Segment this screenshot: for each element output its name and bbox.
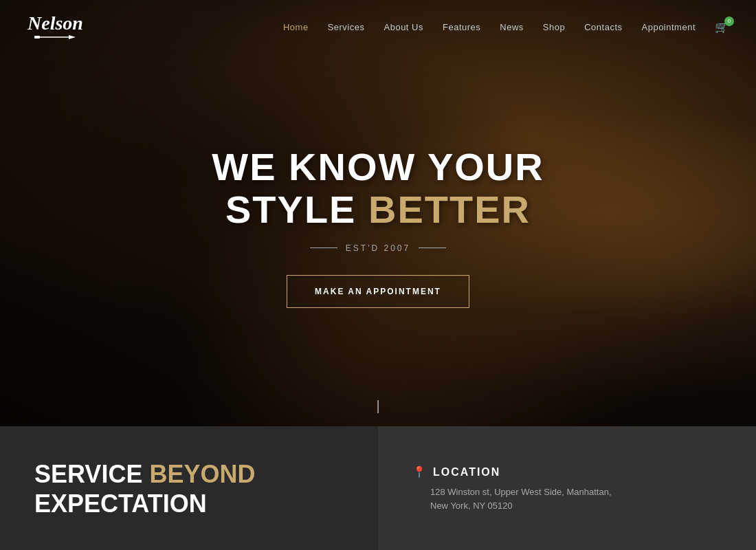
hero-section: Nelson Home Services About us Features N… (0, 0, 756, 426)
hero-title-line2-prefix: STYLE (225, 188, 368, 231)
site-header: Nelson Home Services About us Features N… (0, 0, 756, 54)
nav-about[interactable]: About us (384, 22, 423, 32)
estd-badge: EST'D 2007 (310, 243, 446, 253)
estd-text: EST'D 2007 (346, 243, 410, 253)
logo-text: Nelson (27, 14, 83, 33)
nav-services[interactable]: Services (328, 22, 365, 32)
address-line2: New York, NY 05120 (430, 500, 513, 511)
estd-line-right (419, 248, 446, 248)
hero-title-line1: WE KNOW YOUR (212, 145, 544, 188)
service-highlight: BEYOND (149, 460, 255, 488)
razor-icon (34, 34, 76, 40)
bottom-section: SERVICE BEYOND EXPECTATION 📍 LOCATION 12… (0, 426, 756, 550)
nav-news[interactable]: News (500, 22, 524, 32)
address-line1: 128 Winston st, Upper West Side, Manhatt… (430, 487, 612, 497)
svg-marker-1 (69, 35, 76, 39)
location-address: 128 Winston st, Upper West Side, Manhatt… (412, 485, 722, 512)
hero-content: WE KNOW YOUR STYLE BETTER EST'D 2007 MAK… (0, 0, 756, 426)
scroll-indicator: | (376, 398, 379, 414)
estd-line-left (310, 248, 337, 248)
location-pin-icon: 📍 (412, 465, 426, 478)
service-prefix: SERVICE (34, 460, 149, 488)
location-title: LOCATION (433, 466, 500, 478)
service-block: SERVICE BEYOND EXPECTATION (0, 426, 378, 550)
location-block: 📍 LOCATION 128 Winston st, Upper West Si… (378, 426, 756, 550)
hero-title-highlight: BETTER (368, 188, 531, 231)
service-title: SERVICE BEYOND EXPECTATION (34, 459, 344, 518)
nav-home[interactable]: Home (283, 22, 309, 32)
hero-title: WE KNOW YOUR STYLE BETTER (212, 146, 544, 230)
logo[interactable]: Nelson (27, 14, 83, 40)
service-line2: EXPECTATION (34, 490, 207, 518)
nav-shop[interactable]: Shop (543, 22, 565, 32)
cart-badge: 0 (724, 16, 734, 26)
nav-appointment[interactable]: Appointment (642, 22, 696, 32)
location-header: 📍 LOCATION (412, 465, 722, 478)
svg-rect-2 (34, 36, 40, 38)
cart-button[interactable]: 🛒 0 (715, 21, 729, 34)
appointment-button[interactable]: MAKE AN APPOINTMENT (287, 275, 469, 308)
nav-contacts[interactable]: Contacts (584, 22, 622, 32)
main-nav: Home Services About us Features News Sho… (283, 21, 729, 34)
nav-features[interactable]: Features (443, 22, 480, 32)
